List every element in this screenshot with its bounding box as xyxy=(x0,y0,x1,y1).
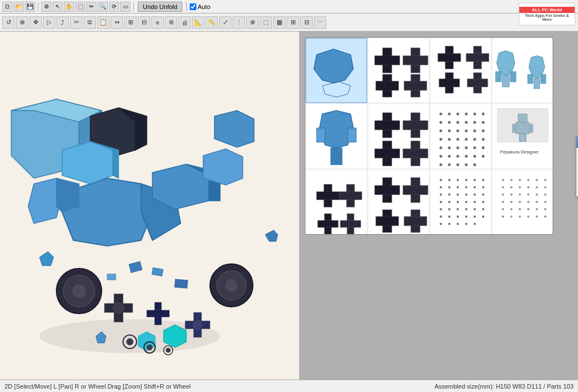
logo-subtitle: Tech Apps For Geeks & More xyxy=(519,13,575,22)
svg-point-111 xyxy=(474,130,476,133)
svg-point-171 xyxy=(457,186,459,188)
svg-point-202 xyxy=(465,223,467,225)
svg-point-217 xyxy=(502,193,504,196)
robot-3d-svg xyxy=(6,65,288,364)
save-icon[interactable]: 💾 xyxy=(25,2,35,12)
tb2-more2-icon[interactable]: ⬚ xyxy=(260,16,272,29)
draw-icon[interactable]: ✏ xyxy=(86,2,97,12)
tb2-dots-icon[interactable]: ⋮ xyxy=(233,16,245,29)
svg-point-120 xyxy=(448,147,451,149)
svg-rect-204 xyxy=(492,170,553,235)
tb2-mirror-icon[interactable]: ⊞ xyxy=(124,16,137,29)
svg-point-177 xyxy=(457,193,459,196)
tb2-align-icon[interactable]: ≡ xyxy=(151,16,164,29)
svg-point-96 xyxy=(448,113,451,116)
svg-point-216 xyxy=(544,186,546,188)
settings-icon[interactable]: ⚙ xyxy=(41,2,51,12)
open-icon[interactable]: 📂 xyxy=(14,2,24,12)
svg-point-215 xyxy=(536,186,538,188)
statusbar: 2D [Select/Move] L [Pan] R or Wheel Drag… xyxy=(0,380,578,392)
svg-rect-150 xyxy=(318,221,338,227)
undo-unfold-button[interactable]: Undo Unfold xyxy=(138,2,182,12)
svg-point-169 xyxy=(440,186,442,188)
svg-point-183 xyxy=(457,201,459,203)
svg-point-123 xyxy=(474,147,476,149)
tb2-paste-icon[interactable]: 📋 xyxy=(97,16,110,29)
tb2-more6-icon[interactable]: ⋯ xyxy=(314,16,326,29)
svg-point-179 xyxy=(474,193,476,196)
svg-point-187 xyxy=(440,208,442,210)
svg-point-127 xyxy=(457,155,459,158)
viewport-3d[interactable] xyxy=(0,32,299,380)
svg-point-124 xyxy=(482,147,485,149)
svg-point-194 xyxy=(448,215,450,218)
svg-point-16 xyxy=(72,284,86,298)
svg-point-228 xyxy=(544,201,546,203)
svg-point-192 xyxy=(482,208,484,210)
tb2-measure-icon[interactable]: 📐 xyxy=(192,16,204,29)
svg-rect-57 xyxy=(403,56,428,65)
svg-rect-138 xyxy=(518,114,527,122)
rect-icon[interactable]: ▭ xyxy=(120,2,130,12)
svg-point-190 xyxy=(465,208,467,210)
tb2-cut-icon[interactable]: ✂ xyxy=(70,16,82,29)
tb2-select-icon[interactable]: ▷ xyxy=(43,16,55,29)
cursor-icon[interactable]: ↖ xyxy=(52,2,63,12)
tb2-copy-icon[interactable]: ⧉ xyxy=(84,16,96,29)
tb2-fold-icon[interactable]: ⤴ xyxy=(56,16,69,29)
tb2-arrange-icon[interactable]: ⊛ xyxy=(165,16,177,29)
svg-point-200 xyxy=(448,223,450,225)
svg-point-117 xyxy=(474,138,476,141)
main-area: Pepakura Designer xyxy=(0,32,578,380)
auto-checkbox[interactable] xyxy=(190,3,196,10)
svg-rect-73 xyxy=(502,76,509,87)
svg-point-240 xyxy=(544,215,546,218)
tb2-zoom-icon[interactable]: ⊕ xyxy=(16,16,28,29)
svg-point-178 xyxy=(465,193,467,196)
svg-point-119 xyxy=(440,147,443,149)
svg-point-180 xyxy=(482,193,484,196)
svg-point-135 xyxy=(474,164,476,166)
svg-rect-61 xyxy=(404,81,427,90)
svg-rect-83 xyxy=(317,128,325,142)
svg-point-225 xyxy=(519,201,521,203)
tb2-scale-icon[interactable]: ⤢ xyxy=(219,16,231,29)
svg-point-207 xyxy=(519,179,521,181)
svg-point-114 xyxy=(448,138,451,141)
svg-point-218 xyxy=(510,193,513,196)
svg-point-233 xyxy=(536,208,538,210)
tb2-flip-icon[interactable]: ⇔ xyxy=(111,16,123,29)
paper-designer-label: Pepakura Designer xyxy=(500,149,539,155)
tb2-more3-icon[interactable]: ▦ xyxy=(273,16,286,29)
tb2-rotate-icon[interactable]: ↺ xyxy=(2,16,15,29)
tb2-more5-icon[interactable]: ⊟ xyxy=(300,16,313,29)
tb2-pan-icon[interactable]: ✥ xyxy=(29,16,42,29)
svg-point-125 xyxy=(440,155,443,158)
svg-point-168 xyxy=(482,179,484,181)
new-icon[interactable]: 🗋 xyxy=(2,2,12,12)
svg-point-19 xyxy=(225,279,238,292)
svg-point-44 xyxy=(166,348,170,353)
svg-point-101 xyxy=(440,121,443,124)
svg-point-102 xyxy=(448,121,451,124)
tb2-grid-icon[interactable]: ⊟ xyxy=(138,16,150,29)
svg-point-219 xyxy=(519,193,521,196)
tb2-ruler-icon[interactable]: 📏 xyxy=(205,16,218,29)
svg-rect-141 xyxy=(530,124,533,133)
svg-point-104 xyxy=(465,121,468,124)
svg-rect-59 xyxy=(376,81,399,90)
svg-point-208 xyxy=(527,179,529,181)
toolbar-second: ↺ ⊕ ✥ ▷ ⤴ ✂ ⧉ 📋 ⇔ ⊞ ⊟ ≡ ⊛ 🖨 📐 📏 ⤢ ⋮ ⊕ ⬚ … xyxy=(0,14,578,32)
svg-point-185 xyxy=(474,201,476,203)
svg-rect-140 xyxy=(513,124,515,133)
svg-rect-20 xyxy=(129,262,142,273)
tb2-more1-icon[interactable]: ⊕ xyxy=(246,16,259,29)
path-icon[interactable]: ⟳ xyxy=(109,2,119,12)
zoom-icon[interactable]: 🔍 xyxy=(98,2,108,12)
svg-rect-146 xyxy=(317,192,339,200)
select-icon[interactable]: ⬚ xyxy=(75,2,85,12)
svg-point-130 xyxy=(482,155,485,158)
move-icon[interactable]: ✋ xyxy=(64,2,74,12)
tb2-more4-icon[interactable]: ⊞ xyxy=(287,16,299,29)
tb2-print-icon[interactable]: 🖨 xyxy=(178,16,191,29)
